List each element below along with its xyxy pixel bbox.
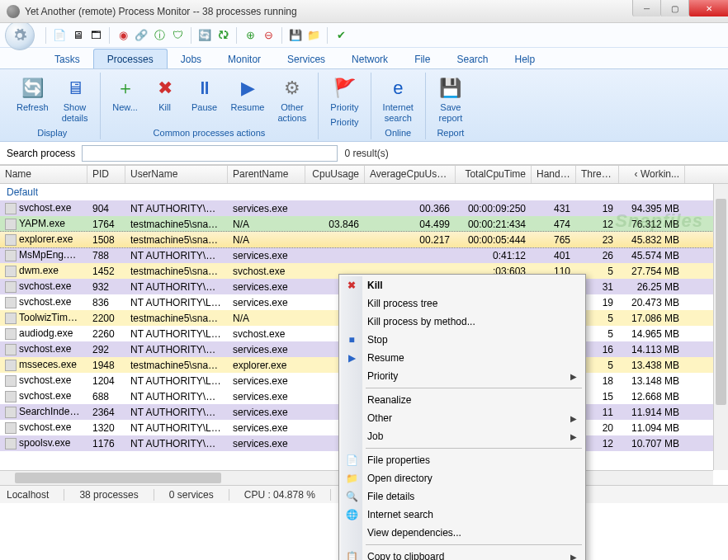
- table-cell: msseces.exe: [0, 358, 87, 372]
- context-menu-item[interactable]: Priority▶: [341, 367, 584, 385]
- tool-icon[interactable]: 📄: [52, 28, 67, 43]
- table-cell: 2260: [87, 327, 125, 341]
- search-input[interactable]: [82, 145, 338, 162]
- resume-button[interactable]: ▶Resume: [226, 74, 270, 125]
- table-cell: svchost.exe: [0, 201, 87, 215]
- column-header[interactable]: Name: [0, 166, 87, 183]
- table-cell: 1176: [87, 437, 125, 450]
- tool-icon[interactable]: 🛡: [170, 28, 185, 43]
- column-header[interactable]: CpuUsage: [305, 166, 365, 183]
- new-button[interactable]: ＋New...: [107, 74, 144, 125]
- status-processes: 38 processes: [79, 489, 154, 501]
- column-header[interactable]: TotalCpuTime: [456, 166, 532, 183]
- status-host: Localhost: [7, 489, 64, 501]
- table-cell: [365, 255, 456, 256]
- tab-services[interactable]: Services: [274, 49, 338, 68]
- context-menu-item[interactable]: Kill process by method...: [341, 313, 584, 331]
- table-row[interactable]: MsMpEng.exe788NT AUTHORITY\SYST...servic…: [0, 247, 728, 263]
- process-icon: [5, 391, 17, 402]
- tab-search[interactable]: Search: [443, 49, 501, 68]
- tool-icon[interactable]: 🖥: [70, 28, 85, 43]
- tab-network[interactable]: Network: [338, 49, 401, 68]
- column-header[interactable]: PID: [87, 166, 125, 183]
- context-menu-item[interactable]: Job▶: [341, 427, 584, 445]
- check-icon[interactable]: ✔: [333, 28, 348, 43]
- tool-icon[interactable]: ⊖: [261, 28, 276, 43]
- save-icon[interactable]: 💾: [288, 28, 303, 43]
- context-menu-item[interactable]: Kill process tree: [341, 294, 584, 313]
- close-button[interactable]: ✕: [688, 0, 728, 16]
- context-menu-item[interactable]: Other▶: [341, 409, 584, 427]
- table-cell: explorer.exe: [0, 233, 87, 247]
- tool-icon[interactable]: ⊕: [243, 28, 258, 43]
- tab-processes[interactable]: Processes: [93, 49, 168, 68]
- scrollbar-thumb[interactable]: [716, 199, 726, 405]
- column-header[interactable]: ParentName: [228, 166, 305, 183]
- search-results-label: 0 result(s): [344, 148, 388, 159]
- context-menu-item[interactable]: 📋Copy to clipboard▶: [341, 548, 584, 560]
- tool-icon[interactable]: 🔄: [197, 28, 212, 43]
- kill-button[interactable]: ✖Kill: [147, 74, 183, 125]
- pause-button[interactable]: ⏸Pause: [187, 74, 223, 125]
- table-cell: MsMpEng.exe: [0, 248, 87, 262]
- table-cell: 14.965 MB: [619, 327, 685, 341]
- table-cell: 12.668 MB: [619, 390, 685, 403]
- save-report-button[interactable]: 💾Savereport: [433, 74, 469, 125]
- table-cell: N/A: [228, 312, 305, 325]
- folder-icon[interactable]: 📁: [306, 28, 321, 43]
- process-icon: [5, 281, 17, 293]
- priority-button[interactable]: 🚩Priority: [325, 74, 363, 115]
- tab-tasks[interactable]: Tasks: [41, 49, 93, 68]
- table-row[interactable]: YAPM.exe1764testmachine5\snapf...N/A03.8…: [0, 216, 728, 232]
- context-menu-item[interactable]: 📁Open directory: [341, 469, 584, 487]
- context-menu-item[interactable]: ✖Kill: [341, 276, 584, 294]
- app-menu-orb[interactable]: [5, 21, 35, 50]
- tool-icon[interactable]: ⓘ: [152, 28, 167, 43]
- refresh-button[interactable]: 🔄Refresh: [12, 74, 54, 125]
- process-icon: [5, 407, 17, 418]
- context-menu-item[interactable]: View dependencies...: [341, 524, 584, 542]
- column-header[interactable]: ‹ Workin...: [619, 166, 685, 183]
- tab-file[interactable]: File: [401, 49, 443, 68]
- vertical-scrollbar[interactable]: [713, 184, 728, 470]
- tool-icon[interactable]: ◉: [116, 28, 130, 43]
- tool-icon[interactable]: 🗘: [215, 28, 230, 43]
- context-menu-item-label: Reanalize: [367, 394, 411, 406]
- maximize-button[interactable]: ▢: [660, 0, 688, 16]
- ribbon-group-label: Display: [37, 128, 67, 139]
- table-cell: 2200: [87, 312, 125, 325]
- minimize-button[interactable]: ─: [632, 0, 660, 16]
- tool-icon[interactable]: 🗔: [88, 28, 103, 43]
- table-row[interactable]: svchost.exe904NT AUTHORITY\SYST...servic…: [0, 200, 728, 216]
- tab-jobs[interactable]: Jobs: [168, 49, 215, 68]
- show-details-button[interactable]: 🖥Showdetails: [57, 74, 93, 125]
- context-menu-item[interactable]: 📄File properties: [341, 451, 584, 469]
- process-icon: [5, 344, 17, 355]
- tool-icon[interactable]: 🔗: [134, 28, 149, 43]
- context-menu-item[interactable]: 🌐Internet search: [341, 506, 584, 524]
- context-menu-item[interactable]: ▶Resume: [341, 349, 584, 367]
- ribbon-group: 💾SavereportReport: [426, 73, 475, 139]
- context-menu-item-icon: ✖: [345, 279, 358, 292]
- tab-monitor[interactable]: Monitor: [215, 49, 274, 68]
- column-header[interactable]: AverageCpuUsage: [365, 166, 456, 183]
- internet-search-button[interactable]: eInternetsearch: [378, 74, 418, 125]
- column-header[interactable]: Threa...: [576, 166, 619, 183]
- context-menu-item[interactable]: Reanalize: [341, 391, 584, 409]
- group-row[interactable]: Default: [0, 184, 728, 200]
- table-cell: 17.086 MB: [619, 312, 685, 325]
- table-row[interactable]: explorer.exe1508testmachine5\snapf...N/A…: [0, 232, 728, 247]
- context-menu-item-label: Priority: [367, 370, 398, 382]
- scrollbar-thumb[interactable]: [15, 473, 221, 483]
- column-header[interactable]: Handl...: [532, 166, 576, 183]
- tab-help[interactable]: Help: [502, 49, 549, 68]
- table-cell: [305, 239, 365, 241]
- ribbon-button-label: Pause: [191, 102, 217, 113]
- table-cell: N/A: [228, 218, 305, 231]
- context-menu-item[interactable]: ■Stop: [341, 331, 584, 349]
- table-cell: svchost.exe: [0, 280, 87, 294]
- column-header[interactable]: UserName: [125, 166, 228, 183]
- context-menu-item[interactable]: 🔍File details: [341, 487, 584, 506]
- context-menu: ✖KillKill process treeKill process by me…: [338, 274, 586, 560]
- other-actions-button[interactable]: ⚙Otheractions: [273, 74, 312, 125]
